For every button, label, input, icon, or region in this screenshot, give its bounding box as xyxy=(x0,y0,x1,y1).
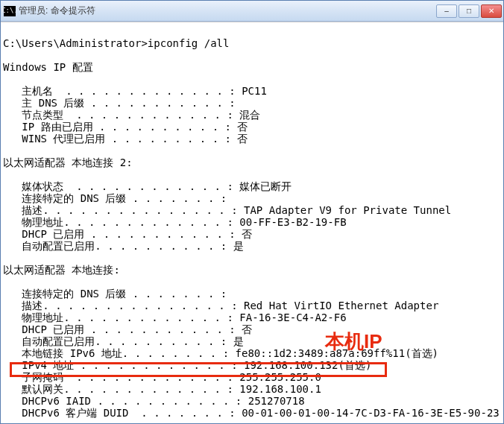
a1-iaid-value: 251270718 xyxy=(248,395,305,407)
a1-dhcp-label: DHCP 已启用 . . . . . . . . . . . : xyxy=(3,323,242,335)
a1-mask-value: 255.255.255.0 xyxy=(239,371,321,383)
hostname-value: PC11 xyxy=(242,85,267,97)
a2-autoconf-value: 是 xyxy=(233,240,244,252)
a1-mask-label: 子网掩码 . . . . . . . . . . . . : xyxy=(3,371,239,383)
a2-desc-value: TAP Adapter V9 for Private Tunnel xyxy=(244,204,451,216)
a1-ipv4-label: IPv4 地址 . . . . . . . . . . . . : xyxy=(3,359,244,371)
media-state-row: 媒体状态 . . . . . . . . . . . . : 媒体已断开 xyxy=(3,180,292,192)
a2-dns-suffix-row: 连接特定的 DNS 后缀 . . . . . . . : xyxy=(3,192,233,204)
a2-dns-suffix-label: 连接特定的 DNS 后缀 . . . . . . . : xyxy=(3,192,233,204)
prompt-line: C:\Users\Administrator>ipconfig /all xyxy=(3,37,229,49)
titlebar[interactable]: C:\. 管理员: 命令提示符 – □ ✕ xyxy=(1,1,503,22)
a1-mask-row: 子网掩码 . . . . . . . . . . . . : 255.255.2… xyxy=(3,371,321,383)
cmd-icon: C:\. xyxy=(4,6,16,16)
a1-ipv4-row: IPv4 地址 . . . . . . . . . . . . : 192.16… xyxy=(3,359,371,371)
a2-desc-label: 描述. . . . . . . . . . . . . . . : xyxy=(3,204,244,216)
a2-autoconf-row: 自动配置已启用. . . . . . . . . . : 是 xyxy=(3,240,244,252)
hostname-row: 主机名 . . . . . . . . . . . . . : PC11 xyxy=(3,85,267,97)
ip-routing-label: IP 路由已启用 . . . . . . . . . . : xyxy=(3,121,237,133)
a1-mac-value: FA-16-3E-C4-A2-F6 xyxy=(239,311,346,323)
a1-desc-row: 描述. . . . . . . . . . . . . . . : Red Ha… xyxy=(3,300,438,311)
a2-desc-row: 描述. . . . . . . . . . . . . . . : TAP Ad… xyxy=(3,204,451,216)
a2-mac-row: 物理地址. . . . . . . . . . . . . : 00-FF-E3… xyxy=(3,216,347,228)
annotation-local-ip: 本机IP xyxy=(325,335,382,347)
a1-dhcp-value: 否 xyxy=(242,323,252,335)
a1-iaid-label: DHCPv6 IAID . . . . . . . . . . . : xyxy=(3,395,248,407)
media-state-label: 媒体状态 . . . . . . . . . . . . : xyxy=(3,180,239,192)
ip-routing-row: IP 路由已启用 . . . . . . . . . . : 否 xyxy=(3,121,248,133)
node-type-value: 混合 xyxy=(239,109,260,121)
close-button[interactable]: ✕ xyxy=(481,4,502,18)
a1-gateway-label: 默认网关. . . . . . . . . . . . . : xyxy=(3,383,239,395)
a1-gateway-row: 默认网关. . . . . . . . . . . . . : 192.168.… xyxy=(3,383,321,395)
window-controls: – □ ✕ xyxy=(436,4,502,18)
dns-suffix-label: 主 DNS 后缀 . . . . . . . . . . . : xyxy=(3,97,242,109)
a1-mac-row: 物理地址. . . . . . . . . . . . . : FA-16-3E… xyxy=(3,311,347,323)
a1-duid-row: DHCPv6 客户端 DUID . . . . . . . : 00-01-00… xyxy=(3,407,500,419)
a2-dhcp-value: 否 xyxy=(242,228,252,240)
a1-autoconf-value: 是 xyxy=(233,335,244,347)
wins-proxy-label: WINS 代理已启用 . . . . . . . . . : xyxy=(3,133,237,145)
a2-dhcp-label: DHCP 已启用 . . . . . . . . . . . : xyxy=(3,228,242,240)
a1-dhcp-row: DHCP 已启用 . . . . . . . . . . . : 否 xyxy=(3,323,252,335)
a1-duid-label: DHCPv6 客户端 DUID . . . . . . . : xyxy=(3,407,242,419)
section-windows-ip: Windows IP 配置 xyxy=(3,61,93,73)
minimize-button[interactable]: – xyxy=(436,4,457,18)
media-state-value: 媒体已断开 xyxy=(239,180,292,192)
section-adapter1: 以太网适配器 本地连接: xyxy=(3,264,120,276)
a1-dns-suffix-label: 连接特定的 DNS 后缀 . . . . . . . : xyxy=(3,288,233,300)
node-type-row: 节点类型 . . . . . . . . . . . . : 混合 xyxy=(3,109,260,121)
node-type-label: 节点类型 . . . . . . . . . . . . : xyxy=(3,109,239,121)
a1-autoconf-label: 自动配置已启用. . . . . . . . . . : xyxy=(3,335,233,347)
a1-ipv4-value: 192.168.100.132(首选) xyxy=(244,359,371,371)
a1-gateway-value: 192.168.100.1 xyxy=(239,383,321,395)
a1-desc-value: Red Hat VirtIO Ethernet Adapter xyxy=(244,300,438,311)
dns-suffix-row: 主 DNS 后缀 . . . . . . . . . . . : xyxy=(3,97,242,109)
console-output[interactable]: C:\Users\Administrator>ipconfig /all Win… xyxy=(1,22,503,423)
maximize-button[interactable]: □ xyxy=(459,4,479,18)
a2-autoconf-label: 自动配置已启用. . . . . . . . . . : xyxy=(3,240,233,252)
wins-proxy-value: 否 xyxy=(237,133,248,145)
a1-ipv6-label: 本地链接 IPv6 地址. . . . . . . . : xyxy=(3,347,236,359)
window-title: 管理员: 命令提示符 xyxy=(19,4,436,17)
section-adapter2: 以太网适配器 本地连接 2: xyxy=(3,156,133,168)
a1-iaid-row: DHCPv6 IAID . . . . . . . . . . . : 2512… xyxy=(3,395,305,407)
a1-mac-label: 物理地址. . . . . . . . . . . . . : xyxy=(3,311,239,323)
wins-proxy-row: WINS 代理已启用 . . . . . . . . . : 否 xyxy=(3,133,248,145)
hostname-label: 主机名 . . . . . . . . . . . . . : xyxy=(3,85,242,97)
a2-mac-value: 00-FF-E3-B2-19-FB xyxy=(239,216,346,228)
a2-mac-label: 物理地址. . . . . . . . . . . . . : xyxy=(3,216,239,228)
a1-ipv6-row: 本地链接 IPv6 地址. . . . . . . . : fe80::1d2:… xyxy=(3,347,438,359)
command-prompt-window: C:\. 管理员: 命令提示符 – □ ✕ C:\Users\Administr… xyxy=(0,0,504,424)
a1-autoconf-row: 自动配置已启用. . . . . . . . . . : 是 xyxy=(3,335,244,347)
a1-ipv6-value: fe80::1d2:3489:a87a:69ff%11(首选) xyxy=(236,347,438,359)
ip-routing-value: 否 xyxy=(237,121,248,133)
a1-desc-label: 描述. . . . . . . . . . . . . . . : xyxy=(3,300,244,311)
a1-dns-suffix-row: 连接特定的 DNS 后缀 . . . . . . . : xyxy=(3,288,233,300)
a1-duid-value: 00-01-00-01-00-14-7C-D3-FA-16-3E-E5-90-2… xyxy=(242,407,500,419)
a2-dhcp-row: DHCP 已启用 . . . . . . . . . . . : 否 xyxy=(3,228,252,240)
